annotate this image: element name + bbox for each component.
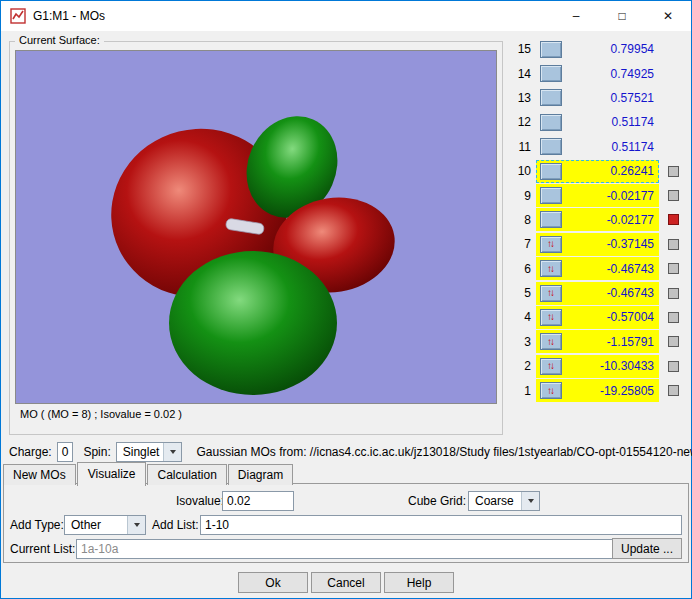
mo-row[interactable]: 5 ↑↓ -0.46743: [507, 281, 689, 305]
mo-row[interactable]: 14 ↑↓ 0.74925: [507, 61, 689, 85]
mo-display-checkbox[interactable]: [668, 288, 679, 299]
add-list-input[interactable]: 1-10: [200, 515, 682, 535]
electron-arrows-icon: ↑↓: [547, 264, 555, 274]
mo-display-checkbox[interactable]: [668, 239, 679, 250]
mo-selection-area[interactable]: ↑↓ 0.26241: [536, 160, 659, 183]
orbital-box-icon[interactable]: ↑↓: [540, 65, 562, 82]
mo-row[interactable]: 10 ↑↓ 0.26241: [507, 159, 689, 183]
mo-display-checkbox[interactable]: [668, 166, 679, 177]
mos-window: G1:M1 - MOs – □ ✕ Current Surface:: [0, 0, 692, 599]
titlebar[interactable]: G1:M1 - MOs – □ ✕: [1, 1, 691, 31]
tab-visualize[interactable]: Visualize: [77, 462, 147, 486]
close-button[interactable]: ✕: [645, 1, 691, 31]
gaussian-source-text: Gaussian MOs from: //icnas4.cc.ic.ac.uk/…: [196, 445, 692, 459]
mo-number: 4: [507, 310, 531, 324]
footer: Ok Cancel Help: [1, 572, 691, 593]
mo-energy-value: 0.57521: [562, 91, 654, 105]
electron-arrows-icon: ↑↓: [547, 312, 555, 322]
mo-display-checkbox[interactable]: [668, 263, 679, 274]
orbital-box-icon[interactable]: ↑↓: [540, 114, 562, 131]
chevron-down-icon[interactable]: [521, 492, 539, 510]
mo-display-checkbox[interactable]: [668, 190, 679, 201]
mo-row[interactable]: 6 ↑↓ -0.46743: [507, 257, 689, 281]
mo-energy-value: -0.02177: [562, 213, 654, 227]
mo-selection-area[interactable]: ↑↓ 0.51174: [536, 135, 659, 158]
mo-row[interactable]: 1 ↑↓ -19.25805: [507, 378, 689, 402]
mo-surface-view[interactable]: [15, 50, 497, 404]
mo-display-checkbox[interactable]: [668, 361, 679, 372]
mo-selection-area[interactable]: ↑↓ 0.57521: [536, 86, 659, 109]
mo-row[interactable]: 4 ↑↓ -0.57004: [507, 305, 689, 329]
mo-selection-area[interactable]: ↑↓ -0.46743: [536, 282, 659, 305]
current-surface-groupbox: Current Surface:: [9, 41, 503, 435]
charge-input[interactable]: 0: [57, 442, 74, 462]
orbital-box-icon[interactable]: ↑↓: [540, 41, 562, 58]
mo-row[interactable]: 15 ↑↓ 0.79954: [507, 37, 689, 61]
mo-display-checkbox[interactable]: [668, 336, 679, 347]
orbital-box-icon[interactable]: ↑↓: [540, 333, 562, 350]
mo-row[interactable]: 11 ↑↓ 0.51174: [507, 135, 689, 159]
electron-arrows-icon: ↑↓: [547, 337, 555, 347]
mo-selection-area[interactable]: ↑↓ -0.57004: [536, 306, 659, 329]
add-type-dropdown[interactable]: Other: [64, 515, 146, 535]
mo-row[interactable]: 12 ↑↓ 0.51174: [507, 110, 689, 134]
mo-selection-area[interactable]: ↑↓ -0.37145: [536, 233, 659, 256]
cube-grid-dropdown[interactable]: Coarse: [468, 491, 540, 511]
tab-new-mos[interactable]: New MOs: [3, 464, 76, 485]
maximize-button[interactable]: □: [599, 1, 645, 31]
mo-number: 10: [507, 164, 531, 178]
help-button[interactable]: Help: [384, 572, 454, 593]
orbital-box-icon[interactable]: ↑↓: [540, 187, 562, 204]
mo-energy-value: 0.51174: [562, 115, 654, 129]
mo-display-checkbox[interactable]: [668, 214, 679, 225]
mo-selection-area[interactable]: ↑↓ 0.79954: [536, 38, 659, 61]
electron-arrows-icon: ↑↓: [547, 386, 555, 396]
mo-display-checkbox[interactable]: [668, 385, 679, 396]
mo-number: 8: [507, 213, 531, 227]
tab-diagram[interactable]: Diagram: [228, 464, 293, 485]
orbital-box-icon[interactable]: ↑↓: [540, 382, 562, 399]
mo-row[interactable]: 13 ↑↓ 0.57521: [507, 86, 689, 110]
tab-calculation[interactable]: Calculation: [147, 464, 226, 485]
spin-dropdown[interactable]: Singlet: [116, 442, 183, 462]
mo-selection-area[interactable]: ↑↓ 0.51174: [536, 111, 659, 134]
mo-selection-area[interactable]: ↑↓ -10.30433: [536, 355, 659, 378]
isovalue-input[interactable]: 0.02: [222, 491, 294, 511]
orbital-box-icon[interactable]: ↑↓: [540, 138, 562, 155]
ok-button[interactable]: Ok: [238, 572, 308, 593]
mo-list: 15 ↑↓ 0.79954 14 ↑↓ 0.74925 13 ↑↓ 0.5752…: [507, 37, 689, 403]
orbital-box-icon[interactable]: ↑↓: [540, 260, 562, 277]
chevron-down-icon[interactable]: [163, 443, 181, 461]
mo-selection-area[interactable]: ↑↓ -0.02177: [536, 208, 659, 231]
mo-selection-area[interactable]: ↑↓ 0.74925: [536, 62, 659, 85]
cancel-button[interactable]: Cancel: [311, 572, 381, 593]
orbital-box-icon[interactable]: ↑↓: [540, 236, 562, 253]
orbital-box-icon[interactable]: ↑↓: [540, 211, 562, 228]
orbital-box-icon[interactable]: ↑↓: [540, 163, 562, 180]
electron-arrows-icon: ↑↓: [547, 288, 555, 298]
mo-row[interactable]: 9 ↑↓ -0.02177: [507, 183, 689, 207]
mo-selection-area[interactable]: ↑↓ -0.46743: [536, 257, 659, 280]
mo-row[interactable]: 2 ↑↓ -10.30433: [507, 354, 689, 378]
orbital-box-icon[interactable]: ↑↓: [540, 309, 562, 326]
mo-display-checkbox[interactable]: [668, 312, 679, 323]
mo-row[interactable]: 7 ↑↓ -0.37145: [507, 232, 689, 256]
mo-number: 7: [507, 237, 531, 251]
minimize-button[interactable]: –: [553, 1, 599, 31]
mo-energy-value: 0.26241: [562, 164, 654, 178]
mo-number: 9: [507, 189, 531, 203]
mo-selection-area[interactable]: ↑↓ -1.15791: [536, 330, 659, 353]
mo-selection-area[interactable]: ↑↓ -19.25805: [536, 379, 659, 402]
mo-selection-area[interactable]: ↑↓ -0.02177: [536, 184, 659, 207]
mo-number: 14: [507, 67, 531, 81]
mo-energy-value: -0.46743: [562, 286, 654, 300]
update-button[interactable]: Update ...: [612, 538, 682, 559]
mo-row[interactable]: 8 ↑↓ -0.02177: [507, 208, 689, 232]
tab-bar: New MOsVisualizeCalculationDiagram: [3, 462, 294, 485]
orbital-box-icon[interactable]: ↑↓: [540, 89, 562, 106]
orbital-box-icon[interactable]: ↑↓: [540, 358, 562, 375]
charge-label: Charge:: [9, 445, 52, 459]
mo-row[interactable]: 3 ↑↓ -1.15791: [507, 330, 689, 354]
orbital-box-icon[interactable]: ↑↓: [540, 285, 562, 302]
chevron-down-icon[interactable]: [127, 516, 145, 534]
